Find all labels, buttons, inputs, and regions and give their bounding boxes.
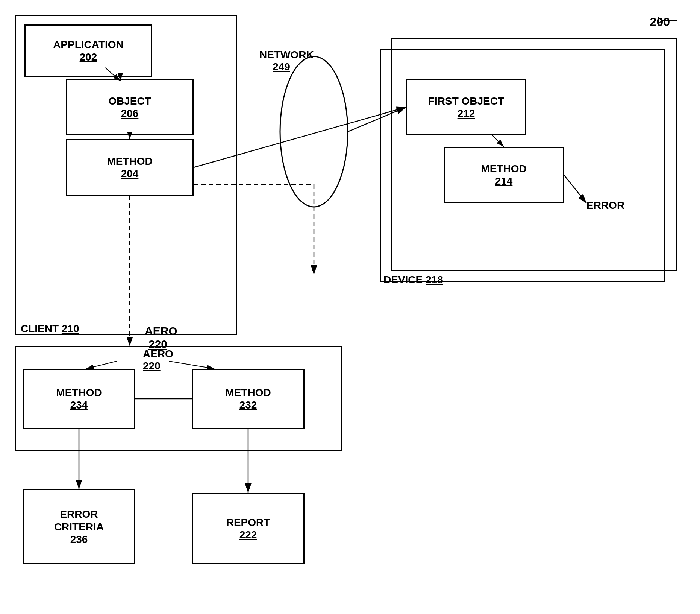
method-204-box: METHOD 204 <box>66 139 194 196</box>
first-object-box: FIRST OBJECT 212 <box>406 79 526 135</box>
error-criteria-box: ERRORCRITERIA 236 <box>23 489 135 564</box>
client-label: CLIENT 210 <box>21 323 79 335</box>
svg-point-10 <box>280 56 348 207</box>
network-label: NETWORK 249 <box>248 49 303 73</box>
method-232-box: METHOD 232 <box>192 369 305 429</box>
report-box: REPORT 222 <box>192 493 305 564</box>
diagram-container: 200 CLIENT 210 APPLICATION 202 OBJECT 20… <box>0 0 700 614</box>
figure-number: 200 <box>650 15 670 29</box>
device-label: DEVICE 218 <box>383 274 443 286</box>
method-234-box: METHOD 234 <box>23 369 135 429</box>
error-label: ERROR <box>586 199 624 211</box>
method-214-box: METHOD 214 <box>444 147 564 203</box>
object-box: OBJECT 206 <box>66 79 194 135</box>
application-box: APPLICATION 202 <box>24 24 152 77</box>
aero-label: AERO220 <box>143 348 173 372</box>
